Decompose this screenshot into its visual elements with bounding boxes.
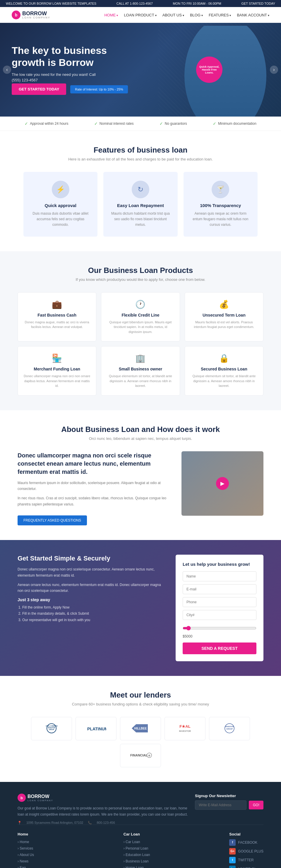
feature-text-2: No guarantors [165,122,187,126]
footer-phone: 800-123-456 [97,821,115,825]
footer-link-business[interactable]: Business Loan [124,859,149,863]
feature-text-3: Minimum documentation [218,122,256,126]
about-para2: In nec risus risus. Cras at orci suscipi… [18,495,170,507]
cta-para2: Aenean ornare lectus nunc, elementum fer… [18,582,164,594]
lender-logo-1: PLATINUM [86,724,106,733]
product-icon-0: 💼 [23,300,91,309]
svg-text:⊕: ⊕ [148,754,151,757]
social-facebook[interactable]: f FACEBOOK [229,839,263,846]
social-googleplus[interactable]: G+ GOOGLE PLUS [229,848,263,855]
about-section: About Business Loan and How does it work… [0,410,281,540]
hero-badge: Quick Approval, Hassle Free Loans. [196,57,222,83]
twitter-label: TWITTER [238,858,253,862]
svg-text:INVESTOR: INVESTOR [225,726,234,727]
newsletter-go-btn[interactable]: GO! [249,801,263,809]
footer-link-faq[interactable]: Faq [18,866,26,868]
form-email-input[interactable] [183,584,256,594]
hero-prev-btn[interactable]: ‹ [3,66,11,74]
hero-next-btn[interactable]: › [270,66,278,74]
hero-rate-btn: Rate of Interest: Up to 10% - 25% [70,85,128,93]
feature-item-3: ✓ Minimum documentation [213,121,256,126]
form-city-input[interactable] [183,610,256,620]
cta-title: Get Started Simple & Securely [18,555,164,562]
lenders-grid: GLOBAL COMMUNITYINVESTORGROUP PLATINUM H… [18,717,263,767]
topbar-cta[interactable]: GET STARTED TODAY [241,2,275,5]
newsletter-email-input[interactable] [195,800,246,810]
footer-link-home-loan[interactable]: Home Loan [124,866,144,868]
product-title-5: Secured Business Loan [190,367,258,371]
nav-loan-product[interactable]: LOAN PRODUCT [124,13,156,17]
social-twitter[interactable]: t TWITTER [229,857,263,863]
product-icon-4: 🏢 [106,353,174,363]
social-linkedin[interactable]: in LINKED IN [229,866,263,868]
footer-link-news[interactable]: News [18,859,28,863]
footer-link-education[interactable]: Education Loan [124,853,150,857]
lender-logo-5: FINANCIAL⊕ [129,750,152,761]
svg-text:INVESTOR: INVESTOR [179,730,191,733]
footer-link-personal[interactable]: Personal Loan [124,846,148,850]
lender-card-3: F★ALINVESTOR [164,717,206,740]
about-section-sub: Orci nunc leo, bibendum at sapien nec, t… [18,436,263,441]
cta-steps-title: Just 3 step away [18,597,164,602]
svg-text:F★AL: F★AL [180,724,190,728]
loan-features-sub: Here is an exhaustive list of all the fe… [18,157,263,161]
hero-phone: (555) 123-4567 [12,78,135,82]
product-card-1: 🕐 Flexible Credit Line Quisque eget bibe… [101,292,180,342]
nav-blog[interactable]: BLOG [190,13,203,17]
play-button[interactable]: ▶ [216,477,229,490]
check-icon-1: ✓ [94,121,98,126]
product-desc-5: Quisque elementum sit tortor, at blandit… [190,374,258,388]
svg-text:FINANCIAL: FINANCIAL [130,753,148,757]
lender-logo-3: F★ALINVESTOR [176,723,194,734]
footer-address: 📍 1095 Sycamores Road Arlington, 07102 📞… [18,821,189,825]
lenders-title: Meet our lenders [18,690,263,700]
linkedin-label: LINKED IN [238,867,255,868]
hero-subtitle: The low rate you need for the need you w… [12,72,135,77]
loan-features-title: Features of business loan [18,146,263,155]
loan-products-sub: If you know which productyou would like … [18,277,263,282]
lender-card-0: GLOBAL COMMUNITYINVESTORGROUP [31,717,72,740]
products-grid: 💼 Fast Business Cash Donec magna augue, … [18,292,263,396]
loan-products-title: Our Business Loan Products [18,266,263,275]
nav-features[interactable]: FEATURES [209,13,231,17]
feature-text-0: Approval within 24 hours [30,122,68,126]
hero-cta-btn[interactable]: GET STARTED TODAY [12,84,66,95]
product-title-0: Fast Business Cash [23,313,91,317]
footer-link-car[interactable]: Car Loan [124,840,140,844]
svg-text:GROUP: GROUP [49,728,55,731]
about-heading: Donec ullamcorper magna non orci scele r… [18,451,170,476]
feature-item-1: ✓ Nominal interest rates [94,121,134,126]
footer-social-title: Social [229,832,263,836]
form-phone-input[interactable] [183,597,256,607]
footer-link-about[interactable]: About Us [18,853,34,857]
cta-section: Get Started Simple & Securely Donec ulla… [0,540,281,676]
footer-logo-name: BORROW [28,794,53,799]
footer-social-col: Social f FACEBOOK G+ GOOGLE PLUS t TWITT… [229,832,263,868]
footer-about: b BORROW LOAN COMPANY Our goal at Borrow… [18,794,189,825]
loan-features-section: Features of business loan Here is an exh… [0,131,281,251]
cta-steps: Fill the online form, Apply Now Fill in … [18,604,164,623]
amount-slider[interactable] [183,626,256,630]
hero-section: ‹ The key to business growth is Borrow T… [0,23,281,117]
nav-home[interactable]: HOME [104,13,118,17]
feature-item-0: ✓ Approval within 24 hours [25,121,68,126]
nav-about[interactable]: ABOUT US [162,13,184,17]
footer-top-row: b BORROW LOAN COMPANY Our goal at Borrow… [18,794,263,825]
product-desc-3: Donec ullamcorper magna non orci non orn… [23,374,91,388]
lenders-sub: Compare 60+ business funding options & c… [18,702,263,706]
nav-bank[interactable]: BANK ACCOUNT [237,13,269,17]
feature-card-title-0: Quick approval [29,203,92,208]
footer-link-services[interactable]: Services [18,846,33,850]
faq-btn[interactable]: FREQUENTLY ASKED QUESTIONS [18,516,87,525]
feature-item-2: ✓ No guarantors [159,121,187,126]
linkedin-icon: in [229,866,236,868]
features-strip: ✓ Approval within 24 hours ✓ Nominal int… [0,117,281,131]
svg-text:PLATINUM: PLATINUM [87,726,106,731]
form-name-input[interactable] [183,571,256,581]
send-request-btn[interactable]: SEND A REQUEST [183,643,256,654]
feature-card-title-1: Easy Loan Repayment [109,203,171,208]
about-text: Donec ullamcorper magna non orci scele r… [18,451,170,526]
product-title-1: Flexible Credit Line [106,313,174,317]
feature-card-1: ↻ Easy Loan Repayment Mauris dictum habi… [103,172,177,237]
footer-link-home[interactable]: Home [18,840,29,844]
